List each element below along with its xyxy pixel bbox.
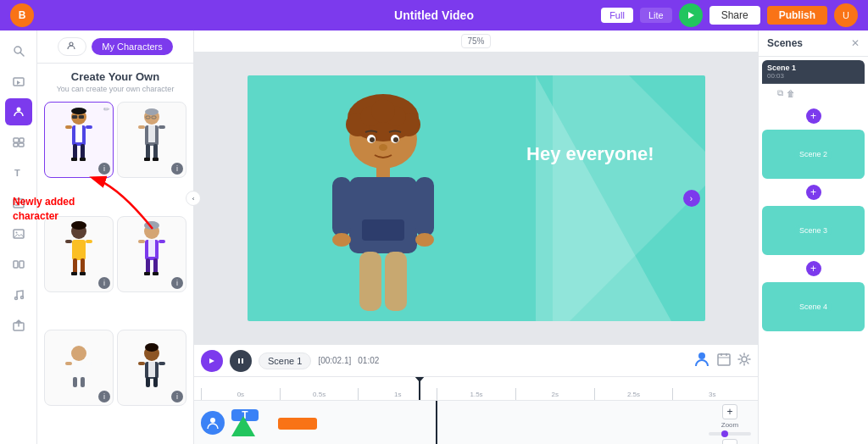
track-content: T [231,409,751,436]
scene-1-time: 00:03 [767,72,860,80]
info-dot-2[interactable]: i [171,163,183,175]
timeline-icon-group [693,351,751,370]
left-sidebar: T [0,31,37,444]
video-title: Untitled Video [394,8,474,22]
svg-point-65 [71,346,86,361]
sidebar-item-images[interactable] [5,220,32,247]
svg-point-18 [20,297,23,299]
sidebar-item-characters[interactable] [5,98,32,125]
scene-delete-button[interactable]: 🗑 [787,89,795,98]
svg-rect-95 [415,177,434,236]
zoom-slider-thumb[interactable] [721,430,728,437]
zoom-slider-track [709,432,751,436]
timeline-tracks: T + Zoom − [194,400,758,444]
canvas-area: 75% ‹ [194,31,758,444]
scene-item-1[interactable]: Scene 1 00:03 + ⧉ 🗑 [762,60,865,103]
scene-2-thumb: Scene 2 [762,130,865,179]
timeline-ruler: 0s 0.5s 1s 1.5s 2s 2.5s 3s [194,376,758,400]
tick-05s: 0.5s [280,388,359,400]
svg-rect-43 [153,158,159,161]
svg-rect-32 [86,125,92,129]
svg-rect-28 [81,144,85,159]
scene-add-button[interactable]: + [767,86,774,100]
tick-3s: 3s [672,388,751,400]
sidebar-item-scenes[interactable] [5,129,32,156]
svg-rect-50 [81,258,85,274]
timeline-play-button[interactable] [201,350,223,372]
svg-point-97 [415,233,434,247]
topbar: B Untitled Video Full Lite Share Publish… [0,0,868,31]
tick-2s: 2s [515,388,594,400]
scene-2-label: Scene 2 [794,149,832,159]
zoom-out-button[interactable]: − [722,439,737,444]
info-dot-6[interactable]: i [171,391,183,402]
scene-4-thumb: Scene 4 [762,282,865,331]
svg-rect-16 [19,261,24,268]
character-timeline-icon[interactable] [693,351,710,370]
svg-rect-74 [148,362,155,377]
zoom-display[interactable]: 75% [461,34,490,48]
share-button[interactable]: Share [709,6,760,25]
sidebar-item-text[interactable]: T [5,159,32,186]
scenes-title: Scenes [767,37,803,49]
info-dot-5[interactable]: i [98,391,110,402]
edit-icon: ✏ [103,105,110,114]
svg-point-85 [371,99,395,123]
zoom-in-button[interactable]: + [722,404,737,419]
canvas-character [315,92,451,321]
character-card-1[interactable]: ✏ [44,102,114,178]
svg-point-4 [16,108,20,112]
character-figure-2 [132,107,171,173]
scenes-panel: Scenes ✕ Scene 1 00:03 + ⧉ 🗑 + [758,31,868,444]
svg-rect-44 [138,125,145,129]
mode-full-button[interactable]: Full [601,8,633,23]
sidebar-item-media[interactable] [5,68,32,95]
svg-rect-39 [148,125,155,142]
sidebar-item-search[interactable] [5,37,32,64]
mode-lite-button[interactable]: Lite [640,8,672,23]
svg-marker-100 [209,358,214,364]
annotation-arrow [85,169,170,237]
svg-rect-77 [138,362,145,365]
info-dot-3[interactable]: i [98,277,110,289]
expand-canvas-button[interactable]: › [683,190,700,207]
svg-rect-48 [72,240,86,260]
add-scene-between-2-3-button[interactable]: + [806,185,821,200]
add-scene-between-1-2-button[interactable]: + [806,108,821,124]
info-dot-4[interactable]: i [171,277,183,289]
character-card-2[interactable]: i [117,102,186,178]
zoom-controls: + Zoom − [709,404,751,444]
scene-item-2[interactable]: Scene 2 [762,130,865,179]
scene-item-3[interactable]: Scene 3 [762,206,865,255]
svg-rect-67 [73,377,77,387]
scenes-list: Scene 1 00:03 + ⧉ 🗑 + Scene 2 + [759,57,868,444]
timeline-pause-button[interactable] [230,350,252,372]
svg-rect-92 [349,177,417,253]
publish-button[interactable]: Publish [767,6,827,25]
svg-rect-64 [159,240,165,243]
char-tab-inactive[interactable] [58,37,86,56]
svg-rect-59 [146,258,150,274]
svg-rect-63 [138,240,145,243]
sidebar-item-upload[interactable] [5,312,32,339]
scene-item-4[interactable]: Scene 4 [762,282,865,331]
add-scene-between-3-4-button[interactable]: + [806,261,821,276]
sidebar-item-transitions[interactable] [5,251,32,278]
svg-rect-27 [73,144,77,159]
settings-icon[interactable] [737,352,751,369]
svg-rect-5 [14,138,19,142]
scene-duplicate-button[interactable]: ⧉ [777,88,783,98]
character-figure-6 [132,343,171,392]
svg-point-89 [393,137,398,142]
track-orange-item[interactable] [278,418,317,430]
character-card-6[interactable]: i [117,330,186,406]
scenes-close-button[interactable]: ✕ [851,37,860,49]
preview-play-button[interactable] [679,3,703,27]
svg-rect-49 [73,258,77,274]
char-tab-my[interactable]: My Characters [92,38,173,55]
collapse-panel-button[interactable]: ‹ [186,191,201,206]
character-card-5[interactable]: i [44,330,114,406]
svg-point-103 [698,352,705,359]
scenes-header: Scenes ✕ [759,31,868,57]
sidebar-item-music[interactable] [5,281,32,308]
